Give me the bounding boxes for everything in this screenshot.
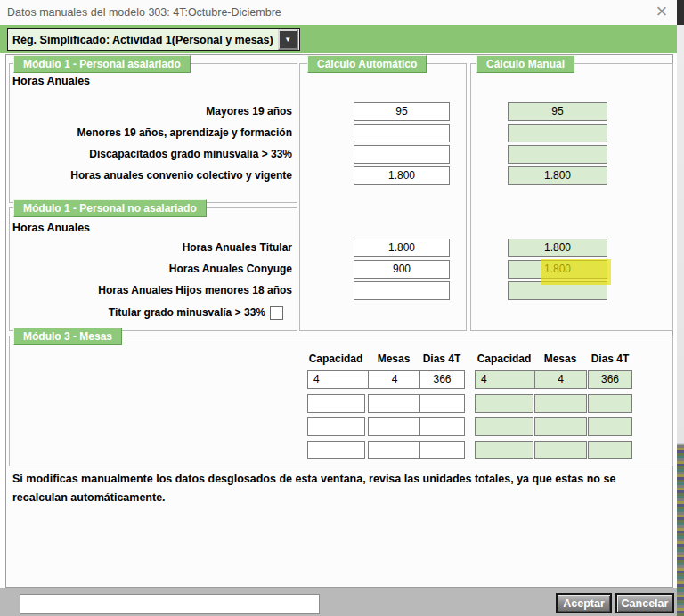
auto-field-convenio[interactable]: 1.800 (354, 166, 450, 185)
mesas-manual-cell[interactable] (475, 394, 533, 413)
auto-field-conyuge[interactable]: 900 (354, 260, 450, 279)
mesas-auto-cell[interactable] (419, 394, 465, 413)
dialog-datos-manuales: Datos manuales del modelo 303: 4T:Octubr… (0, 0, 684, 616)
mesas-manual-cell[interactable] (588, 441, 632, 459)
aceptar-button[interactable]: Aceptar (556, 593, 612, 613)
manual-field-titular[interactable]: 1.800 (508, 239, 607, 257)
group-mesas-header: Módulo 3 - Mesas (13, 328, 122, 345)
mesas-auto-cell[interactable] (307, 417, 365, 436)
row-label-hijos: Horas Anuales Hijos menores 18 años (9, 281, 292, 299)
mesas-auto-header-mesas: Mesas (368, 353, 419, 366)
cancelar-button[interactable]: Cancelar (615, 593, 674, 613)
mesas-manual-cell[interactable]: 4 (475, 370, 539, 389)
mesas-manual-header-dias: Dias 4T (588, 353, 632, 366)
window-title: Datos manuales del modelo 303: 4T:Octubr… (7, 6, 281, 19)
auto-field-hijos[interactable] (354, 281, 450, 300)
mesas-manual-cell[interactable] (588, 417, 632, 436)
activity-dropdown-value: Rég. Simplificado: Actividad 1(Personal … (8, 34, 278, 46)
title-bar: Datos manuales del modelo 303: 4T:Octubr… (0, 0, 677, 25)
group-personal-no-asalariado-header: Módulo 1 - Personal no asalariado (13, 199, 207, 217)
manual-field-menores19[interactable] (508, 124, 607, 142)
warning-text: Si modificas manualmente los datos desgl… (12, 470, 666, 507)
manual-field-convenio[interactable]: 1.800 (508, 166, 607, 185)
row-label-mayores19: Mayores 19 años (9, 102, 292, 120)
manual-field-discapacitados[interactable] (508, 145, 607, 164)
activity-dropdown[interactable]: Rég. Simplificado: Actividad 1(Personal … (7, 28, 300, 51)
mesas-auto-cell[interactable] (368, 394, 421, 413)
manual-field-mayores19[interactable]: 95 (508, 102, 607, 121)
row-label-convenio: Horas anuales convenio colectivo y vigen… (9, 166, 292, 184)
minusvalia-checkbox[interactable] (270, 306, 283, 320)
mesas-manual-cell[interactable] (588, 394, 632, 413)
mesas-manual-header-capacidad: Capacidad (475, 353, 533, 366)
row-label-menores19: Menores 19 años, aprendizaje y formación (9, 124, 292, 142)
activity-bar: Rég. Simplificado: Actividad 1(Personal … (0, 25, 679, 53)
horas-anuales-subtitle-2: Horas Anuales (12, 222, 90, 234)
auto-field-titular[interactable]: 1.800 (354, 239, 450, 257)
calculo-manual-header: Cálculo Manual (476, 55, 574, 73)
row-label-conyuge: Horas Anuales Conyuge (9, 260, 292, 278)
mesas-manual-cell[interactable]: 4 (534, 370, 587, 389)
horas-anuales-subtitle-1: Horas Anuales (12, 75, 90, 87)
mesas-auto-cell[interactable] (368, 441, 421, 459)
row-label-discapacitados: Discapacitados grado minusvalia > 33% (9, 145, 292, 163)
mesas-auto-cell[interactable] (368, 417, 421, 436)
mesas-manual-cell[interactable] (534, 394, 587, 413)
mesas-manual-cell[interactable] (475, 417, 533, 436)
mesas-manual-header-mesas: Mesas (534, 353, 586, 366)
mesas-auto-cell[interactable]: 366 (419, 370, 465, 389)
mesas-manual-cell[interactable]: 366 (588, 370, 632, 389)
chevron-down-icon[interactable]: ▼ (278, 29, 298, 50)
mesas-manual-cell[interactable] (534, 417, 587, 436)
mesas-auto-header-capacidad: Capacidad (307, 353, 364, 366)
mesas-auto-cell[interactable] (419, 417, 465, 436)
row-label-titular: Horas Anuales Titular (9, 239, 292, 256)
mesas-auto-cell[interactable] (307, 441, 365, 459)
close-icon[interactable]: × (651, 1, 672, 22)
mesas-manual-cell[interactable] (475, 441, 533, 459)
edited-value-highlight (542, 259, 611, 285)
group-personal-asalariado-header: Módulo 1 - Personal asalariado (13, 55, 191, 73)
background-window-strip (677, 0, 684, 616)
mesas-auto-cell[interactable]: 4 (368, 370, 421, 389)
calculo-automatico-header: Cálculo Automático (307, 55, 427, 73)
auto-field-mayores19[interactable]: 95 (354, 102, 450, 121)
auto-field-discapacitados[interactable] (354, 145, 450, 164)
mesas-auto-cell[interactable] (419, 441, 465, 459)
background-window-noise (677, 445, 684, 616)
footer-input[interactable] (20, 594, 320, 614)
mesas-auto-cell[interactable] (307, 394, 365, 413)
mesas-manual-cell[interactable] (534, 441, 587, 459)
mesas-auto-cell[interactable]: 4 (307, 370, 370, 389)
mesas-auto-header-dias: Dias 4T (419, 353, 464, 366)
auto-field-menores19[interactable] (354, 124, 450, 142)
row-label-minusvalia: Titular grado minusvalía > 33% (9, 304, 265, 321)
